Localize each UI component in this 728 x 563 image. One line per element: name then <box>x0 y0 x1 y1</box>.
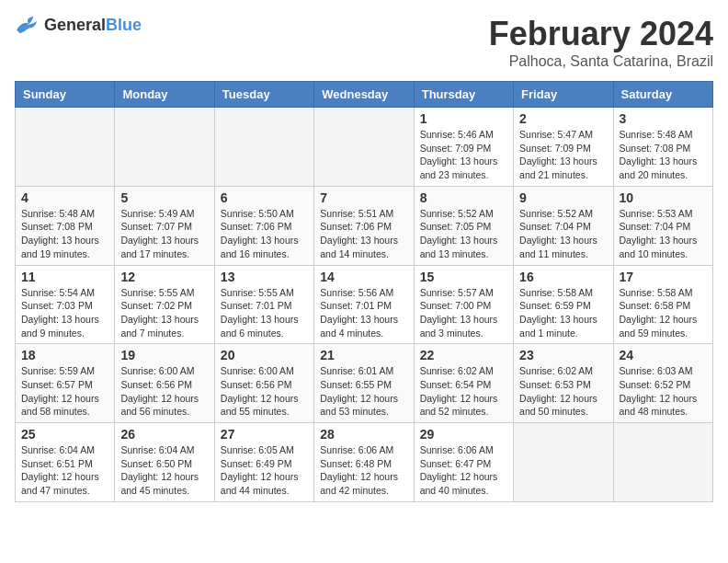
calendar-cell <box>214 108 313 187</box>
calendar-cell <box>115 108 214 187</box>
day-info: Sunrise: 6:04 AM Sunset: 6:51 PM Dayligh… <box>21 443 108 498</box>
calendar-cell: 20Sunrise: 6:00 AM Sunset: 6:56 PM Dayli… <box>214 344 313 423</box>
day-number: 13 <box>221 270 308 284</box>
day-number: 12 <box>120 270 208 284</box>
day-number: 29 <box>420 427 507 442</box>
day-info: Sunrise: 6:04 AM Sunset: 6:50 PM Dayligh… <box>120 443 208 498</box>
calendar-cell: 7Sunrise: 5:51 AM Sunset: 7:06 PM Daylig… <box>314 186 414 265</box>
calendar-cell: 4Sunrise: 5:48 AM Sunset: 7:08 PM Daylig… <box>16 186 115 265</box>
day-info: Sunrise: 5:54 AM Sunset: 7:03 PM Dayligh… <box>21 286 108 340</box>
day-info: Sunrise: 5:55 AM Sunset: 7:01 PM Dayligh… <box>221 286 308 340</box>
day-number: 3 <box>620 111 707 126</box>
logo-text: GeneralBlue <box>44 16 142 35</box>
weekday-header-wednesday: Wednesday <box>314 82 414 108</box>
calendar-cell: 12Sunrise: 5:55 AM Sunset: 7:02 PM Dayli… <box>115 265 214 344</box>
day-number: 4 <box>21 190 108 205</box>
calendar-cell: 1Sunrise: 5:46 AM Sunset: 7:09 PM Daylig… <box>414 108 513 187</box>
day-info: Sunrise: 6:03 AM Sunset: 6:52 PM Dayligh… <box>620 364 707 419</box>
calendar-cell: 28Sunrise: 6:06 AM Sunset: 6:48 PM Dayli… <box>314 423 414 502</box>
calendar-cell: 11Sunrise: 5:54 AM Sunset: 7:03 PM Dayli… <box>16 265 115 344</box>
day-info: Sunrise: 5:50 AM Sunset: 7:06 PM Dayligh… <box>221 207 308 261</box>
calendar-cell: 16Sunrise: 5:58 AM Sunset: 6:59 PM Dayli… <box>514 265 613 344</box>
day-info: Sunrise: 6:02 AM Sunset: 6:54 PM Dayligh… <box>420 364 507 419</box>
day-number: 19 <box>120 348 208 362</box>
week-row-2: 4Sunrise: 5:48 AM Sunset: 7:08 PM Daylig… <box>16 186 713 265</box>
day-number: 25 <box>21 427 108 442</box>
calendar-cell: 5Sunrise: 5:49 AM Sunset: 7:07 PM Daylig… <box>115 186 214 265</box>
day-number: 6 <box>221 190 308 205</box>
calendar-cell: 13Sunrise: 5:55 AM Sunset: 7:01 PM Dayli… <box>214 265 313 344</box>
day-info: Sunrise: 5:52 AM Sunset: 7:04 PM Dayligh… <box>519 207 607 261</box>
day-number: 8 <box>420 190 507 205</box>
day-info: Sunrise: 5:56 AM Sunset: 7:01 PM Dayligh… <box>320 286 407 340</box>
day-number: 28 <box>320 427 407 442</box>
weekday-header-row: SundayMondayTuesdayWednesdayThursdayFrid… <box>16 82 713 108</box>
day-number: 7 <box>320 190 407 205</box>
calendar-cell: 25Sunrise: 6:04 AM Sunset: 6:51 PM Dayli… <box>16 423 115 502</box>
calendar-cell: 9Sunrise: 5:52 AM Sunset: 7:04 PM Daylig… <box>514 186 613 265</box>
day-info: Sunrise: 5:57 AM Sunset: 7:00 PM Dayligh… <box>420 286 507 340</box>
calendar-cell: 29Sunrise: 6:06 AM Sunset: 6:47 PM Dayli… <box>414 423 513 502</box>
calendar-cell: 17Sunrise: 5:58 AM Sunset: 6:58 PM Dayli… <box>613 265 712 344</box>
calendar-cell: 27Sunrise: 6:05 AM Sunset: 6:49 PM Dayli… <box>214 423 313 502</box>
day-number: 15 <box>420 270 507 284</box>
day-info: Sunrise: 5:55 AM Sunset: 7:02 PM Dayligh… <box>120 286 208 340</box>
weekday-header-saturday: Saturday <box>613 82 712 108</box>
day-number: 23 <box>519 348 607 362</box>
logo: GeneralBlue <box>15 15 142 35</box>
day-number: 11 <box>21 270 108 284</box>
day-info: Sunrise: 6:01 AM Sunset: 6:55 PM Dayligh… <box>320 364 407 419</box>
weekday-header-thursday: Thursday <box>414 82 513 108</box>
day-number: 10 <box>620 190 707 205</box>
day-info: Sunrise: 5:47 AM Sunset: 7:09 PM Dayligh… <box>519 128 607 182</box>
day-number: 18 <box>21 348 108 362</box>
weekday-header-monday: Monday <box>115 82 214 108</box>
day-number: 9 <box>519 190 607 205</box>
title-section: February 2024 Palhoca, Santa Catarina, B… <box>489 15 713 70</box>
day-info: Sunrise: 5:48 AM Sunset: 7:08 PM Dayligh… <box>620 128 707 182</box>
logo-icon <box>15 15 40 35</box>
weekday-header-sunday: Sunday <box>16 82 115 108</box>
calendar-cell: 23Sunrise: 6:02 AM Sunset: 6:53 PM Dayli… <box>514 344 613 423</box>
calendar-cell: 6Sunrise: 5:50 AM Sunset: 7:06 PM Daylig… <box>214 186 313 265</box>
week-row-3: 11Sunrise: 5:54 AM Sunset: 7:03 PM Dayli… <box>16 265 713 344</box>
day-number: 20 <box>221 348 308 362</box>
day-number: 2 <box>519 111 607 126</box>
week-row-5: 25Sunrise: 6:04 AM Sunset: 6:51 PM Dayli… <box>16 423 713 502</box>
calendar-cell <box>613 423 712 502</box>
day-info: Sunrise: 5:58 AM Sunset: 6:59 PM Dayligh… <box>519 286 607 340</box>
day-info: Sunrise: 6:05 AM Sunset: 6:49 PM Dayligh… <box>221 443 308 498</box>
calendar-table: SundayMondayTuesdayWednesdayThursdayFrid… <box>15 81 713 502</box>
weekday-header-tuesday: Tuesday <box>214 82 313 108</box>
location-title: Palhoca, Santa Catarina, Brazil <box>489 53 713 70</box>
calendar-cell: 2Sunrise: 5:47 AM Sunset: 7:09 PM Daylig… <box>514 108 613 187</box>
day-info: Sunrise: 5:52 AM Sunset: 7:05 PM Dayligh… <box>420 207 507 261</box>
day-info: Sunrise: 6:00 AM Sunset: 6:56 PM Dayligh… <box>120 364 208 419</box>
day-number: 5 <box>120 190 208 205</box>
weekday-header-friday: Friday <box>514 82 613 108</box>
day-number: 27 <box>221 427 308 442</box>
calendar-cell: 21Sunrise: 6:01 AM Sunset: 6:55 PM Dayli… <box>314 344 414 423</box>
calendar-cell <box>16 108 115 187</box>
day-info: Sunrise: 5:46 AM Sunset: 7:09 PM Dayligh… <box>420 128 507 182</box>
week-row-4: 18Sunrise: 5:59 AM Sunset: 6:57 PM Dayli… <box>16 344 713 423</box>
calendar-cell: 15Sunrise: 5:57 AM Sunset: 7:00 PM Dayli… <box>414 265 513 344</box>
day-info: Sunrise: 6:06 AM Sunset: 6:47 PM Dayligh… <box>420 443 507 498</box>
month-title: February 2024 <box>489 15 713 53</box>
week-row-1: 1Sunrise: 5:46 AM Sunset: 7:09 PM Daylig… <box>16 108 713 187</box>
day-number: 22 <box>420 348 507 362</box>
day-info: Sunrise: 6:00 AM Sunset: 6:56 PM Dayligh… <box>221 364 308 419</box>
calendar-cell: 14Sunrise: 5:56 AM Sunset: 7:01 PM Dayli… <box>314 265 414 344</box>
calendar-cell: 24Sunrise: 6:03 AM Sunset: 6:52 PM Dayli… <box>613 344 712 423</box>
calendar-cell: 18Sunrise: 5:59 AM Sunset: 6:57 PM Dayli… <box>16 344 115 423</box>
logo-blue: Blue <box>106 16 142 34</box>
day-info: Sunrise: 5:53 AM Sunset: 7:04 PM Dayligh… <box>620 207 707 261</box>
day-info: Sunrise: 5:51 AM Sunset: 7:06 PM Dayligh… <box>320 207 407 261</box>
logo-general: General <box>44 16 106 34</box>
day-number: 26 <box>120 427 208 442</box>
day-info: Sunrise: 5:48 AM Sunset: 7:08 PM Dayligh… <box>21 207 108 261</box>
day-number: 21 <box>320 348 407 362</box>
day-info: Sunrise: 6:02 AM Sunset: 6:53 PM Dayligh… <box>519 364 607 419</box>
calendar-cell: 8Sunrise: 5:52 AM Sunset: 7:05 PM Daylig… <box>414 186 513 265</box>
calendar-cell: 22Sunrise: 6:02 AM Sunset: 6:54 PM Dayli… <box>414 344 513 423</box>
